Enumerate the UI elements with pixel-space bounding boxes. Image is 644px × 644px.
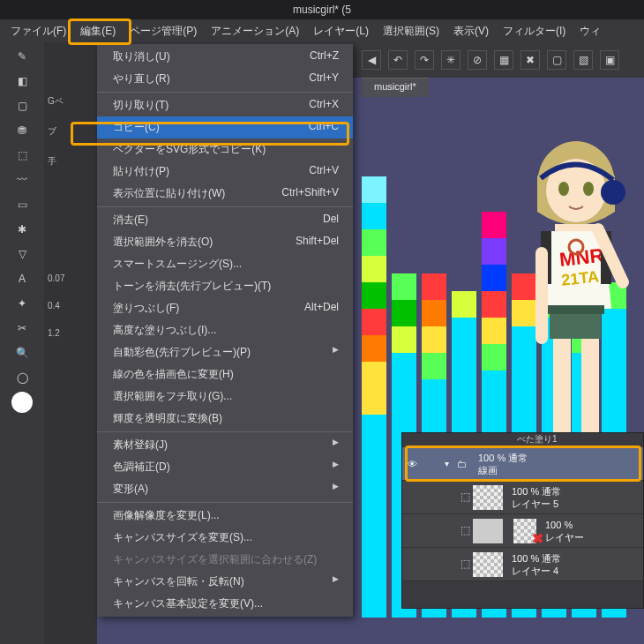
- menu-item-line-color[interactable]: 線の色を描画色に変更(H): [97, 363, 353, 386]
- menu-item-erase-tone[interactable]: トーンを消去(先行プレビュー)(T): [97, 275, 353, 297]
- menu-item-paste-at[interactable]: 表示位置に貼り付け(W)Ctrl+Shift+V: [97, 183, 353, 205]
- menu-item-copy-svg[interactable]: ベクターをSVG形式でコピー(K): [97, 139, 353, 161]
- title-bar: musicgirl* (5: [0, 0, 644, 19]
- scissors-tool-icon[interactable]: ✂: [11, 318, 33, 339]
- snap-diamond-icon[interactable]: ▧: [573, 50, 593, 70]
- menu-item-transform[interactable]: 変形(A)▶: [97, 478, 353, 500]
- layer-row-hidden[interactable]: ⬚ ✖ 100 % レイヤー: [402, 514, 643, 548]
- svg-point-2: [558, 182, 569, 196]
- svg-rect-15: [535, 247, 548, 344]
- undo-icon[interactable]: ↶: [388, 50, 408, 70]
- layer-opacity-label: 100 % 通常: [512, 552, 643, 565]
- menu-item-canvas-size[interactable]: キャンバスサイズを変更(S)...: [97, 527, 353, 549]
- menu-item-adv-fill[interactable]: 高度な塗りつぶし(I)...: [97, 319, 353, 341]
- menu-item-cut[interactable]: 切り取り(T)Ctrl+X: [97, 94, 353, 116]
- document-tab-label: musicgirl*: [374, 81, 416, 92]
- tool-palette: ✎ ◧ ▢ ⛃ ⬚ 〰 ▭ ✱ ▽ A ✦ ✂ 🔍 ◯: [0, 42, 44, 644]
- wand-tool-icon[interactable]: ✦: [11, 293, 33, 314]
- fg-color-swatch[interactable]: [11, 392, 33, 413]
- edit-dropdown-menu: 取り消し(U)Ctrl+Z やり直し(R)Ctrl+Y 切り取り(T)Ctrl+…: [97, 44, 353, 617]
- menu-item-paste[interactable]: 貼り付け(P)Ctrl+V: [97, 161, 353, 183]
- snap-box-icon[interactable]: ▣: [600, 50, 619, 70]
- bucket-tool-icon[interactable]: ⛃: [11, 120, 33, 141]
- cube-icon: ⬚: [461, 490, 470, 503]
- svg-rect-5: [555, 224, 597, 231]
- menu-filter[interactable]: フィルター(I): [496, 20, 573, 42]
- menu-item-canvas-rotate[interactable]: キャンバスを回転・反転(N)▶: [97, 571, 353, 593]
- canvas-character-illustration: MNRL 21TA: [507, 132, 644, 450]
- menu-item-fill[interactable]: 塗りつぶし(F)Alt+Del: [97, 297, 353, 319]
- menu-item-color-correction[interactable]: 色調補正(D)▶: [97, 456, 353, 478]
- disabled-icon: ✖: [532, 530, 543, 547]
- layer-opacity-label: 100 % 通常: [478, 452, 643, 464]
- zoom-tool-icon[interactable]: 🔍: [11, 342, 33, 363]
- svg-point-3: [583, 182, 594, 196]
- svg-rect-12: [546, 305, 604, 314]
- menu-item-auto-color[interactable]: 自動彩色(先行プレビュー)(P)▶: [97, 341, 353, 363]
- prop-value-2: 0.4: [48, 301, 94, 311]
- clear-icon[interactable]: ⊘: [468, 50, 487, 70]
- cube-icon: ⬚: [461, 524, 470, 536]
- layer-opacity-label: 100 % 通常: [512, 485, 643, 498]
- menu-item-canvas-settings[interactable]: キャンバス基本設定を変更(V)...: [97, 593, 353, 615]
- menu-item-image-resolution[interactable]: 画像解像度を変更(L)...: [97, 505, 353, 527]
- menu-anim[interactable]: アニメーション(A): [204, 20, 306, 42]
- prop-bl[interactable]: ブ: [48, 125, 94, 138]
- text-tool-icon[interactable]: A: [11, 268, 33, 289]
- layer-name-label: 線画: [478, 464, 643, 476]
- prop-gpen[interactable]: Gペ: [48, 95, 94, 108]
- svg-rect-14: [581, 339, 599, 445]
- ruler-tool-icon[interactable]: ▭: [11, 194, 33, 215]
- prop-value-3: 1.2: [48, 328, 94, 338]
- cube-tool-icon[interactable]: ⬚: [11, 145, 33, 166]
- spray-tool-icon[interactable]: ✱: [11, 219, 33, 240]
- marquee-tool-icon[interactable]: ▢: [11, 95, 33, 116]
- layer-row-5[interactable]: ⬚ 100 % 通常 レイヤー 5: [402, 481, 643, 514]
- layer-opacity-label: 100 %: [545, 519, 643, 531]
- menu-item-erase[interactable]: 消去(E)Del: [97, 209, 353, 231]
- layer-row-4[interactable]: ⬚ 100 % 通常 レイヤー 4: [402, 548, 643, 581]
- pen-tool-icon[interactable]: ✎: [11, 46, 33, 67]
- layer-thumbnail: ⬚: [473, 519, 503, 543]
- circle-tool-icon[interactable]: ◯: [11, 367, 33, 388]
- menu-bar: ファイル(F) 編集(E) ページ管理(P) アニメーション(A) レイヤー(L…: [0, 19, 644, 42]
- prop-value-1: 0.07: [48, 273, 94, 283]
- menu-item-outline-selection[interactable]: 選択範囲をフチ取り(G)...: [97, 386, 353, 408]
- menu-item-copy[interactable]: コピー(C)Ctrl+C: [97, 116, 353, 139]
- layer-thumbnail: ⬚: [473, 485, 503, 510]
- brush-tool-icon[interactable]: 〰: [11, 169, 33, 191]
- layer-head-label: べた塗り1: [402, 433, 643, 447]
- layer-name-label: レイヤー 5: [512, 498, 643, 510]
- menu-item-material[interactable]: 素材登録(J)▶: [97, 434, 353, 456]
- shape-tool-icon[interactable]: ▽: [11, 243, 33, 265]
- menu-window[interactable]: ウィ: [573, 20, 608, 42]
- layer-row-group-lineart[interactable]: 👁 ▾ 🗀 100 % 通常 線画: [402, 447, 643, 481]
- redo-icon[interactable]: ↷: [415, 50, 434, 70]
- layer-name-label: レイヤー: [545, 531, 643, 543]
- menu-item-redo[interactable]: やり直し(R)Ctrl+Y: [97, 68, 353, 90]
- snap-square-icon[interactable]: ▢: [547, 50, 566, 70]
- menu-item-erase-outside[interactable]: 選択範囲外を消去(O)Shift+Del: [97, 231, 353, 253]
- menu-page[interactable]: ページ管理(P): [123, 20, 204, 42]
- menu-item-undo[interactable]: 取り消し(U)Ctrl+Z: [97, 46, 353, 68]
- folder-icon: 🗀: [457, 459, 475, 469]
- eraser-tool-icon[interactable]: ◧: [11, 71, 33, 92]
- wait-icon[interactable]: ✳: [441, 50, 461, 70]
- visibility-icon[interactable]: 👁: [402, 459, 422, 469]
- nav-left-icon[interactable]: ◀: [362, 50, 381, 70]
- cube-icon: ⬚: [461, 558, 470, 570]
- menu-file[interactable]: ファイル(F): [4, 20, 73, 42]
- menu-select[interactable]: 選択範囲(S): [376, 20, 446, 42]
- layer-name-label: レイヤー 4: [512, 565, 643, 577]
- snap-cross-icon[interactable]: ✖: [520, 50, 540, 70]
- prop-te[interactable]: 手: [48, 155, 94, 168]
- document-tab[interactable]: musicgirl*: [362, 78, 429, 97]
- chevron-down-icon[interactable]: ▾: [445, 459, 457, 468]
- menu-view[interactable]: 表示(V): [446, 20, 496, 42]
- menu-item-brightness-alpha[interactable]: 輝度を透明度に変換(B): [97, 408, 353, 430]
- menu-edit[interactable]: 編集(E): [73, 20, 123, 42]
- menu-layer[interactable]: レイヤー(L): [306, 20, 376, 42]
- menu-item-smart-smooth[interactable]: スマートスムージング(S)...: [97, 253, 353, 275]
- snap-grid-icon[interactable]: ▦: [494, 50, 513, 70]
- menu-item-canvas-to-selection: キャンバスサイズを選択範囲に合わせる(Z): [97, 549, 353, 571]
